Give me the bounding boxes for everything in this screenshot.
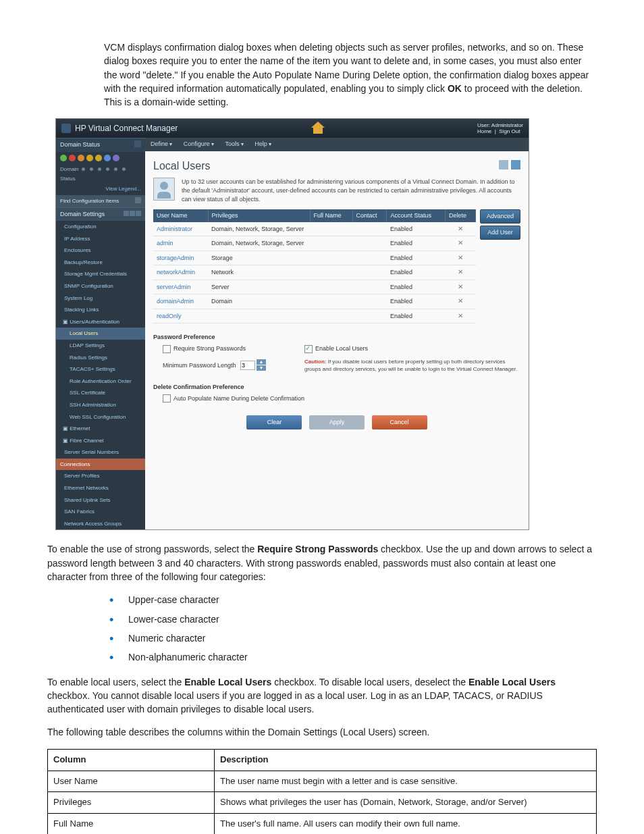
cell-privileges: Server bbox=[208, 280, 310, 294]
user-avatar-icon bbox=[153, 178, 175, 201]
cell-contact bbox=[352, 251, 387, 265]
sidebar-item-ethernet[interactable]: Ethernet bbox=[56, 423, 145, 435]
delete-icon[interactable]: ✕ bbox=[446, 294, 476, 309]
cell-username[interactable]: serverAdmin bbox=[153, 280, 208, 294]
sidebar-item-ldap[interactable]: LDAP Settings bbox=[56, 340, 145, 352]
sidebar-item-users-auth[interactable]: Users/Authentication bbox=[56, 316, 145, 328]
cell-username[interactable]: readOnly bbox=[153, 309, 208, 323]
delete-icon[interactable]: ✕ bbox=[446, 236, 476, 251]
cell-privileges bbox=[208, 309, 310, 323]
cell-privileges: Network bbox=[208, 265, 310, 280]
cell-username[interactable]: Administrator bbox=[153, 222, 208, 236]
app-titlebar: HP Virtual Connect Manager User: Adminis… bbox=[56, 119, 529, 138]
apply-button[interactable]: Apply bbox=[309, 415, 365, 429]
menu-tools[interactable]: Tools bbox=[225, 140, 243, 147]
col-delete[interactable]: Delete bbox=[446, 209, 476, 222]
menu-help[interactable]: Help bbox=[254, 140, 271, 147]
sidebar-item-syslog[interactable]: System Log bbox=[56, 292, 145, 305]
cell-fullname bbox=[310, 265, 352, 280]
cell-privileges: Domain, Network, Storage, Server bbox=[208, 236, 310, 251]
print-icon[interactable] bbox=[499, 160, 508, 170]
sidebar-item-radius[interactable]: Radius Settings bbox=[56, 352, 145, 364]
delete-icon[interactable]: ✕ bbox=[446, 309, 476, 323]
help-icon[interactable] bbox=[511, 160, 520, 170]
desc-col-description: Description bbox=[215, 749, 597, 771]
sidebar-item-local-users[interactable]: Local Users bbox=[56, 328, 145, 340]
table-row[interactable]: domainAdminDomainEnabled✕ bbox=[153, 294, 476, 309]
cell-username[interactable]: domainAdmin bbox=[153, 294, 208, 309]
table-row[interactable]: networkAdminNetworkEnabled✕ bbox=[153, 265, 476, 280]
table-row[interactable]: serverAdminServerEnabled✕ bbox=[153, 280, 476, 294]
info-text: Up to 32 user accounts can be establishe… bbox=[182, 178, 520, 204]
users-table: User Name Privileges Full Name Contact A… bbox=[153, 209, 476, 324]
col-fullname[interactable]: Full Name bbox=[310, 209, 352, 222]
bullet-nonalpha: Non-alphanumeric character bbox=[104, 650, 597, 664]
sidebar-item-configuration[interactable]: Configuration bbox=[56, 221, 145, 233]
cell-username[interactable]: admin bbox=[153, 236, 208, 251]
intro-paragraph: VCM displays confirmation dialog boxes w… bbox=[104, 41, 597, 109]
sidebar-item-enclosures[interactable]: Enclosures bbox=[56, 244, 145, 257]
menu-define[interactable]: Define bbox=[151, 140, 172, 147]
sidebar-item-backup-restore[interactable]: Backup/Restore bbox=[56, 257, 145, 269]
clear-button[interactable]: Clear bbox=[246, 415, 302, 429]
view-legend-link[interactable]: View Legend... bbox=[56, 185, 145, 196]
sidebar-item-uplink-sets[interactable]: Shared Uplink Sets bbox=[56, 494, 145, 506]
col-username[interactable]: User Name bbox=[153, 209, 208, 222]
domain-settings-head[interactable]: Domain Settings bbox=[60, 210, 105, 219]
main-panel: Define Configure Tools Help Local Users … bbox=[145, 138, 529, 529]
table-row[interactable]: adminDomain, Network, Storage, ServerEna… bbox=[153, 236, 476, 251]
status-icons bbox=[56, 152, 145, 165]
sidebar-item-ssl-cert[interactable]: SSL Certificate bbox=[56, 387, 145, 399]
signout-link[interactable]: Sign Out bbox=[499, 128, 520, 134]
delete-icon[interactable]: ✕ bbox=[446, 251, 476, 265]
min-len-input[interactable] bbox=[240, 361, 255, 370]
home-link[interactable]: Home bbox=[477, 128, 491, 134]
cell-fullname bbox=[310, 251, 352, 265]
sidebar-item-snmp[interactable]: SNMP Configuration bbox=[56, 280, 145, 292]
delete-icon[interactable]: ✕ bbox=[446, 280, 476, 294]
autopop-checkbox[interactable] bbox=[163, 394, 171, 402]
sidebar-item-ssh[interactable]: SSH Administration bbox=[56, 399, 145, 411]
cancel-button[interactable]: Cancel bbox=[372, 415, 427, 429]
sidebar-item-tacacs[interactable]: TACACS+ Settings bbox=[56, 363, 145, 375]
table-intro: The following table describes the column… bbox=[47, 725, 597, 739]
delete-icon[interactable]: ✕ bbox=[446, 265, 476, 280]
cell-fullname bbox=[310, 236, 352, 251]
sidebar-item-serial[interactable]: Server Serial Numbers bbox=[56, 446, 145, 459]
sidebar-item-connections[interactable]: Connections bbox=[56, 459, 145, 471]
delete-icon[interactable]: ✕ bbox=[446, 222, 476, 236]
cell-fullname bbox=[310, 280, 352, 294]
col-privileges[interactable]: Privileges bbox=[208, 209, 310, 222]
cell-status: Enabled bbox=[387, 236, 446, 251]
col-status[interactable]: Account Status bbox=[387, 209, 446, 222]
find-config-link[interactable]: Find Configuration Items bbox=[60, 197, 119, 205]
advanced-button[interactable]: Advanced bbox=[480, 209, 520, 224]
arrow-icon[interactable] bbox=[135, 197, 141, 203]
home-icon[interactable] bbox=[311, 122, 326, 135]
cell-username[interactable]: networkAdmin bbox=[153, 265, 208, 280]
sidebar-item-web-ssl[interactable]: Web SSL Configuration bbox=[56, 411, 145, 423]
spin-up-icon[interactable]: ▲ bbox=[257, 359, 266, 365]
table-row[interactable]: storageAdminStorageEnabled✕ bbox=[153, 251, 476, 265]
add-user-button[interactable]: Add User bbox=[480, 226, 520, 240]
sidebar-item-stacking[interactable]: Stacking Links bbox=[56, 304, 145, 316]
sidebar-item-ip-address[interactable]: IP Address bbox=[56, 233, 145, 245]
table-row[interactable]: readOnlyEnabled✕ bbox=[153, 309, 476, 323]
strong-pwd-checkbox[interactable] bbox=[163, 345, 171, 353]
sidebar-item-fibre[interactable]: Fibre Channel bbox=[56, 435, 145, 447]
cell-username[interactable]: storageAdmin bbox=[153, 251, 208, 265]
sidebar-item-role-auth[interactable]: Role Authentication Order bbox=[56, 375, 145, 388]
col-contact[interactable]: Contact bbox=[352, 209, 387, 222]
enable-local-checkbox[interactable] bbox=[304, 345, 313, 353]
collapse-icon[interactable] bbox=[134, 140, 141, 147]
sidebar-item-server-profiles[interactable]: Server Profiles bbox=[56, 470, 145, 482]
menu-configure[interactable]: Configure bbox=[184, 140, 214, 147]
sidebar-item-san-fabrics[interactable]: SAN Fabrics bbox=[56, 506, 145, 518]
sidebar-item-eth-networks[interactable]: Ethernet Networks bbox=[56, 482, 145, 494]
sidebar-item-net-access[interactable]: Network Access Groups bbox=[56, 518, 145, 530]
table-row[interactable]: AdministratorDomain, Network, Storage, S… bbox=[153, 222, 476, 236]
desc-col-column: Column bbox=[48, 749, 215, 771]
spin-down-icon[interactable]: ▼ bbox=[257, 365, 266, 371]
cell-status: Enabled bbox=[387, 222, 446, 236]
sidebar-item-storage-creds[interactable]: Storage Mgmt Credentials bbox=[56, 268, 145, 280]
